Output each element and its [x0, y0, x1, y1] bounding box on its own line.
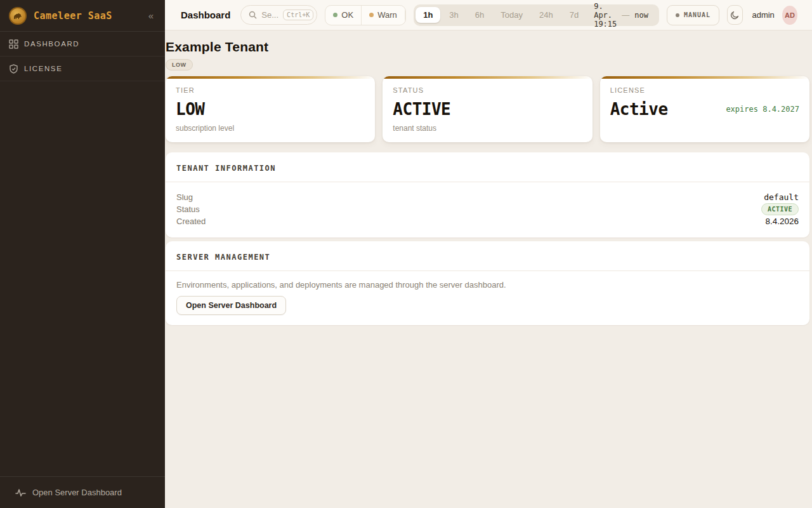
main-content: Example Tenant LOW TIER LOW subscription…	[165, 30, 812, 508]
avatar[interactable]: AD	[782, 6, 797, 25]
status-card: STATUS ACTIVE tenant status	[383, 76, 592, 142]
brand-name: Cameleer SaaS	[34, 10, 112, 22]
sidebar-item-label: LICENSE	[24, 65, 62, 72]
range-separator: —	[622, 11, 629, 20]
shield-icon	[9, 64, 18, 74]
summary-cards: TIER LOW subscription level STATUS ACTIV…	[166, 76, 809, 142]
manual-label: MANUAL	[684, 11, 710, 18]
sidebar-header: Cameleer SaaS «	[0, 0, 165, 32]
tier-badge: LOW	[166, 59, 193, 70]
sidebar-item-label: DASHBOARD	[24, 40, 79, 48]
info-row-slug: Slug default	[176, 191, 799, 203]
camel-logo-icon	[9, 7, 27, 25]
content-column: Dashboard Se... Ctrl+K OK Warn	[165, 0, 812, 508]
tenant-information-panel: TENANT INFORMATION Slug default Status A…	[166, 152, 809, 237]
username: admin	[752, 10, 774, 20]
panel-header: TENANT INFORMATION	[166, 152, 809, 182]
tier-card: TIER LOW subscription level	[166, 76, 375, 142]
sidebar-collapse-icon[interactable]: «	[146, 9, 156, 22]
status-filter-group: OK Warn	[325, 5, 406, 25]
open-server-dashboard-button[interactable]: Open Server Dashboard	[176, 296, 286, 315]
info-label: Status	[176, 204, 200, 214]
dark-mode-toggle[interactable]	[727, 5, 743, 25]
search-icon	[249, 11, 257, 19]
moon-icon	[730, 10, 740, 20]
status-badge: ACTIVE	[761, 203, 799, 215]
card-subtitle: tenant status	[393, 124, 582, 133]
card-label: LICENSE	[610, 86, 799, 94]
card-subtitle: subscription level	[176, 124, 365, 133]
search-placeholder: Se...	[261, 10, 278, 20]
manual-refresh-button[interactable]: MANUAL	[667, 5, 719, 25]
sidebar: Cameleer SaaS « DASHBOARD LICENS	[0, 0, 165, 508]
status-filter-ok[interactable]: OK	[325, 6, 361, 25]
card-value: ACTIVE	[393, 100, 450, 119]
status-filter-error[interactable]	[405, 6, 406, 25]
card-label: STATUS	[393, 86, 582, 94]
sidebar-nav: DASHBOARD LICENSE	[0, 32, 165, 81]
status-filter-warn[interactable]: Warn	[361, 6, 405, 25]
slug-value: default	[764, 192, 799, 202]
info-row-status: Status ACTIVE	[176, 203, 799, 215]
panel-title: SERVER MANAGEMENT	[176, 253, 270, 262]
custom-range-display[interactable]: 9. Apr. 19:15 — now	[587, 2, 657, 29]
ok-dot-icon	[333, 13, 337, 17]
panel-header: SERVER MANAGEMENT	[166, 241, 809, 271]
search-shortcut-kbd: Ctrl+K	[283, 10, 313, 20]
range-start: 9. Apr. 19:15	[594, 2, 617, 29]
sidebar-item-dashboard[interactable]: DASHBOARD	[0, 32, 165, 57]
sidebar-open-server-dashboard[interactable]: Open Server Dashboard	[0, 476, 165, 508]
time-range-24h[interactable]: 24h	[532, 7, 561, 23]
created-value: 8.4.2026	[765, 217, 799, 226]
page-header-title: Dashboard	[181, 10, 230, 20]
status-filter-label: Warn	[377, 10, 397, 20]
sidebar-item-license[interactable]: LICENSE	[0, 57, 165, 81]
activity-icon	[15, 488, 26, 497]
card-value: Active	[610, 100, 668, 119]
card-value: LOW	[176, 100, 204, 119]
card-label: TIER	[176, 86, 365, 94]
info-row-created: Created 8.4.2026	[176, 215, 799, 227]
time-range-6h[interactable]: 6h	[468, 7, 492, 23]
time-range-group: 1h 3h 6h Today 24h 7d 9. Apr. 19:15 — no…	[414, 4, 659, 26]
status-filter-label: OK	[341, 10, 353, 20]
page-title: Example Tenant	[166, 39, 809, 55]
license-card: LICENSE Active expires 8.4.2027	[600, 76, 809, 142]
license-expiry: expires 8.4.2027	[726, 105, 799, 114]
time-range-today[interactable]: Today	[493, 7, 530, 23]
grid-icon	[9, 39, 18, 49]
info-label: Slug	[176, 192, 193, 202]
top-header: Dashboard Se... Ctrl+K OK Warn	[165, 0, 812, 30]
manual-dot-icon	[676, 13, 679, 17]
server-management-panel: SERVER MANAGEMENT Environments, applicat…	[166, 241, 809, 325]
server-management-description: Environments, applications, and deployme…	[176, 280, 799, 290]
search-input[interactable]: Se... Ctrl+K	[240, 5, 317, 25]
time-range-3h[interactable]: 3h	[442, 7, 466, 23]
info-label: Created	[176, 217, 206, 226]
panel-title: TENANT INFORMATION	[176, 164, 276, 173]
sidebar-footer-label: Open Server Dashboard	[32, 488, 122, 497]
warn-dot-icon	[369, 13, 374, 17]
time-range-1h[interactable]: 1h	[416, 7, 440, 23]
time-range-7d[interactable]: 7d	[562, 7, 586, 23]
range-end: now	[634, 11, 648, 20]
